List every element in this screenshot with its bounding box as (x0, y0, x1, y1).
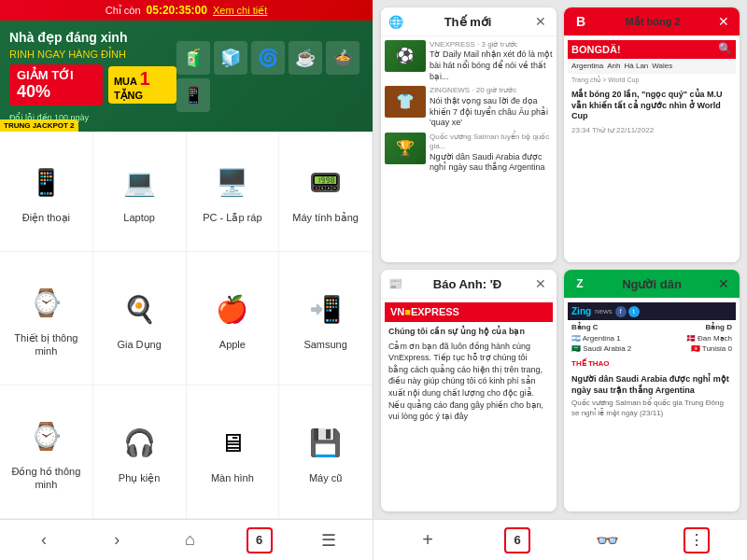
vnexpress-body: Chúng tôi cần sự ủng hộ của bạn Cảm ơn b… (385, 322, 553, 427)
forward-button[interactable]: › (100, 524, 134, 557)
promo-banner[interactable]: Nhà đẹp đáng xinh RINH NGAY HÀNG ĐỈNH GI… (0, 21, 373, 132)
nav-argentina[interactable]: Argentina (571, 62, 603, 71)
tab1-close-button[interactable]: ✕ (532, 13, 549, 30)
category-donghothongminh[interactable]: ⌚ Đồng hồ thông minh (0, 385, 93, 519)
laptop-label: Laptop (123, 211, 155, 224)
category-giadung[interactable]: 🍳 Gia Dụng (93, 252, 187, 385)
nav-halan[interactable]: Hà Lan (624, 62, 648, 71)
news-item-2: 👕 ZINGNEWS · 20 giờ trước Nói thật vọng … (385, 86, 553, 128)
news-item-3: 🏆 Quốc vương Salman tuyển bộ quốc gia...… (385, 133, 553, 174)
tab4-content: Zing news f t Bảng C Bảng D 🇦🇷 Argentina… (564, 299, 740, 511)
dots-icon: ⋮ (689, 531, 704, 549)
tab4-close-button[interactable]: ✕ (715, 275, 732, 292)
twitter-icon: t (628, 306, 640, 317)
discount-value: 40% (17, 82, 50, 101)
tab-card-2[interactable]: B Mắt bóng 2 ✕ BONGDÄ! 🔍 Argentina Anh H… (564, 7, 740, 262)
facebook-icon: f (615, 306, 627, 317)
row2-col1: 🇸🇦 Saudi Arabia 2 (571, 344, 631, 354)
vnexpress-logo: VN■EXPRESS (390, 306, 459, 317)
countdown-banner: Chỉ còn 05:20:35:00 Xem chi tiết (0, 0, 373, 21)
tab3-close-button[interactable]: ✕ (532, 275, 549, 292)
thietbi-label: Thiết bị thông minh (4, 331, 89, 358)
bongda-search-icon: 🔍 (718, 42, 732, 57)
back-button[interactable]: ‹ (27, 524, 61, 557)
vnexpress-headline: Chúng tôi cần sự ủng hộ của bạn (388, 326, 549, 338)
tab1-title: Thế mới (444, 15, 492, 29)
nav-wales[interactable]: Wales (652, 62, 672, 71)
row1-col2: 🇩🇰 Đan Mạch (686, 334, 732, 343)
nav-anh[interactable]: Anh (607, 62, 620, 71)
news-headline-2: Nói thật vọng sau lời đe dọa khiến 7 đội… (430, 96, 553, 129)
row1-col1: 🇦🇷 Argentina 1 (571, 334, 621, 343)
context-menu-button[interactable]: ⋮ (684, 527, 710, 553)
tab-count-left[interactable]: 6 (247, 527, 273, 553)
home-button[interactable]: ⌂ (173, 524, 206, 557)
countdown-prefix: Chỉ còn (106, 5, 141, 17)
category-pc[interactable]: 🖥️ PC - Lắp ráp (187, 132, 280, 252)
menu-button-left[interactable]: ☰ (312, 524, 345, 557)
category-maycu[interactable]: 💾 Máy cũ (279, 385, 373, 519)
tab4-title: Người dân (622, 277, 682, 291)
tab1-content: ⚽ VNEXPRESS · 3 giờ trước Tờ Daily Mail … (381, 36, 557, 262)
maycu-label: Máy cũ (309, 471, 342, 484)
tab-card-4[interactable]: Z Người dân ✕ Zing news f t Bảng C Bảng … (564, 270, 740, 511)
promo-return: Đổi lỗi đến 100 ngày (9, 113, 176, 122)
tab2-header: B Mắt bóng 2 ✕ (564, 7, 740, 36)
vnexpress-body-text: Cảm ơn bạn đã luôn đồng hành cùng VnExpr… (388, 341, 549, 423)
tab2-title: Mắt bóng 2 (626, 16, 681, 28)
bongda-nav: Argentina Anh Hà Lan Wales (568, 59, 736, 74)
product-fan: 🌀 (251, 41, 285, 75)
zing-logo-icon: Z (571, 275, 588, 292)
phukien-icon: 🎧 (115, 419, 163, 468)
news-source-1: VNEXPRESS · 3 giờ trước (430, 40, 553, 49)
product-airfryer: 🍲 (326, 41, 359, 75)
zing-tag: THẾ THAO (568, 357, 736, 371)
bongda-logo-icon: B (571, 13, 590, 30)
news-source-3: Quốc vương Salman tuyển bộ quốc gia... (430, 133, 553, 152)
tab-card-3[interactable]: 📰 Báo Anh: 'Đ ✕ VN■EXPRESS Chúng tôi cần… (381, 270, 557, 511)
zing-article: Người dân Saudi Arabia được nghỉ một ngà… (568, 371, 736, 399)
tab3-header: 📰 Báo Anh: 'Đ ✕ (381, 270, 557, 299)
tab4-header: Z Người dân ✕ (564, 270, 740, 299)
donghothongminh-icon: ⌚ (21, 413, 70, 461)
news-headline-3: Người dân Saudi Arabia được nghỉ ngày sa… (430, 152, 553, 174)
zing-standings-table: Bảng C Bảng D 🇦🇷 Argentina 1 🇩🇰 Đan Mạch… (568, 320, 736, 357)
news-img-1: ⚽ (385, 40, 426, 72)
discount-label: GIẢM TỚI (17, 68, 74, 82)
zingnews-logo: Zing (571, 305, 591, 317)
tab2-content: BONGDÄ! 🔍 Argentina Anh Hà Lan Wales Tra… (564, 36, 740, 262)
category-thietbi[interactable]: ⌚ Thiết bị thông minh (0, 252, 93, 385)
laptop-icon: 💻 (115, 159, 163, 207)
category-dienthoai[interactable]: 📱 Điện thoại (0, 132, 93, 252)
right-panel: 🌐 Thế mới ✕ ⚽ VNEXPRESS · 3 giờ trước Tờ… (374, 0, 747, 560)
maytinhbang-icon: 📟 (302, 159, 350, 207)
tab1-header: 🌐 Thế mới ✕ (381, 7, 557, 36)
tab2-close-button[interactable]: ✕ (715, 13, 732, 30)
category-manhinh[interactable]: 🖥 Màn hình (187, 385, 280, 519)
news-img-3: 🏆 (385, 133, 426, 164)
vnexpress-header: VN■EXPRESS (385, 302, 553, 322)
samsung-icon: 📲 (302, 286, 350, 334)
category-laptop[interactable]: 💻 Laptop (93, 132, 187, 252)
tab-card-1[interactable]: 🌐 Thế mới ✕ ⚽ VNEXPRESS · 3 giờ trước Tờ… (381, 7, 557, 262)
zing-table-row-1: 🇦🇷 Argentina 1 🇩🇰 Đan Mạch (571, 334, 732, 343)
category-maytinhbang[interactable]: 📟 Máy tính bảng (279, 132, 373, 252)
tab-count-right[interactable]: 6 (504, 527, 530, 553)
tabs-grid: 🌐 Thế mới ✕ ⚽ VNEXPRESS · 3 giờ trước Tờ… (374, 0, 747, 519)
countdown-timer: 05:20:35:00 (147, 4, 207, 17)
promo-title: Nhà đẹp đáng xinh (9, 30, 176, 45)
left-bottom-nav: ‹ › ⌂ 6 ☰ (0, 519, 373, 560)
row2-col2: 🇹🇳 Tunisia 0 (691, 344, 732, 354)
tab3-icon: 📰 (388, 277, 402, 290)
add-tab-button[interactable]: + (411, 524, 444, 557)
categories-grid: 📱 Điện thoại 💻 Laptop 🖥️ PC - Lắp ráp 📟 … (0, 132, 373, 519)
giadung-icon: 🍳 (115, 286, 163, 334)
bongda-footer: 23:34 Thứ tư 22/11/2022 (568, 126, 736, 139)
incognito-button[interactable]: 👓 (590, 524, 624, 557)
category-samsung[interactable]: 📲 Samsung (279, 252, 373, 385)
category-apple[interactable]: 🍎 Apple (187, 252, 280, 385)
category-phukien[interactable]: 🎧 Phụ kiện (93, 385, 187, 519)
view-detail-link[interactable]: Xem chi tiết (213, 5, 267, 17)
left-panel: Chỉ còn 05:20:35:00 Xem chi tiết Nhà đẹp… (0, 0, 374, 560)
zing-header: Zing news f t (568, 302, 736, 320)
